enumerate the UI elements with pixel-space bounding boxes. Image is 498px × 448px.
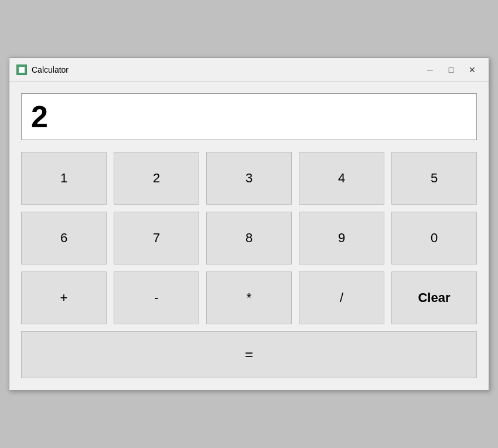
title-bar-controls: ─ □ ✕ bbox=[421, 62, 482, 78]
button-row-1: 1 2 3 4 5 bbox=[21, 152, 477, 205]
btn-8[interactable]: 8 bbox=[206, 212, 292, 264]
btn-0[interactable]: 0 bbox=[391, 212, 477, 264]
display-value: 2 bbox=[31, 101, 48, 132]
btn-add[interactable]: + bbox=[21, 271, 107, 324]
title-bar: Calculator ─ □ ✕ bbox=[9, 58, 489, 82]
equals-row: = bbox=[21, 331, 477, 378]
maximize-button[interactable]: □ bbox=[442, 62, 461, 78]
close-button[interactable]: ✕ bbox=[463, 62, 482, 78]
btn-2[interactable]: 2 bbox=[114, 152, 199, 205]
button-grid: 1 2 3 4 5 6 7 8 9 0 + - * / Clear bbox=[21, 152, 477, 378]
calculator-display: 2 bbox=[21, 93, 477, 140]
btn-9[interactable]: 9 bbox=[299, 212, 384, 264]
btn-subtract[interactable]: - bbox=[114, 271, 199, 324]
calculator-app-icon-inner bbox=[19, 67, 25, 73]
minimize-button[interactable]: ─ bbox=[421, 62, 439, 78]
btn-equals[interactable]: = bbox=[21, 331, 477, 378]
window-body: 2 1 2 3 4 5 6 7 8 9 0 + - bbox=[9, 82, 489, 390]
button-row-2: 6 7 8 9 0 bbox=[21, 212, 477, 264]
btn-6[interactable]: 6 bbox=[21, 212, 107, 264]
calculator-app-icon bbox=[16, 65, 27, 75]
btn-multiply[interactable]: * bbox=[206, 271, 292, 324]
btn-3[interactable]: 3 bbox=[206, 152, 292, 205]
btn-7[interactable]: 7 bbox=[114, 212, 199, 264]
button-row-3: + - * / Clear bbox=[21, 271, 477, 324]
btn-5[interactable]: 5 bbox=[391, 152, 477, 205]
calculator-window: Calculator ─ □ ✕ 2 1 2 3 4 5 6 bbox=[9, 57, 489, 391]
btn-clear[interactable]: Clear bbox=[391, 271, 477, 324]
btn-1[interactable]: 1 bbox=[21, 152, 107, 205]
btn-4[interactable]: 4 bbox=[299, 152, 384, 205]
window-title: Calculator bbox=[32, 65, 69, 74]
btn-divide[interactable]: / bbox=[299, 271, 384, 324]
title-bar-left: Calculator bbox=[16, 65, 69, 75]
